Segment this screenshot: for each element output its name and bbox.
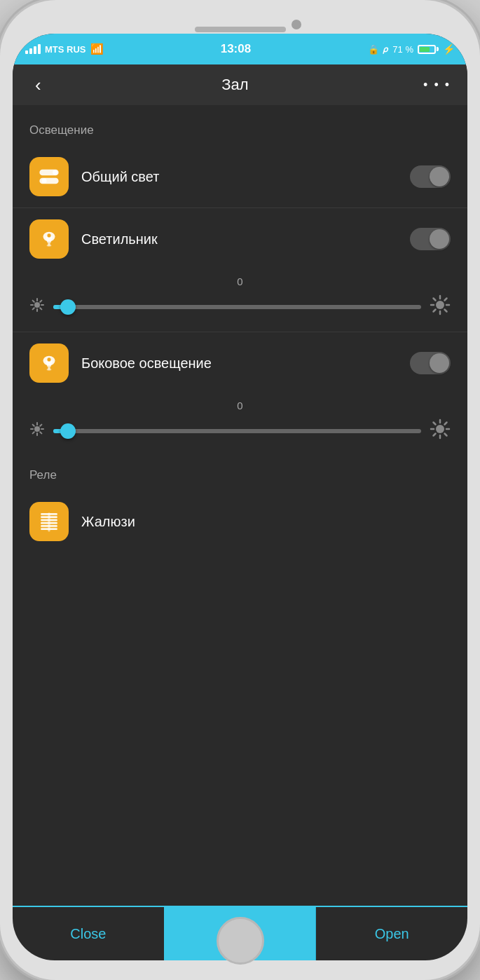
bluetooth-icon: 𝞺 — [383, 43, 388, 55]
sun-small-1 — [29, 297, 45, 313]
toggle-switches-icon — [37, 165, 61, 189]
sun-small-2 — [29, 421, 45, 437]
more-button[interactable]: • • • — [423, 78, 451, 93]
slider-track-bg-1 — [53, 305, 421, 309]
signal-bar-4 — [38, 44, 41, 54]
slider-value-svetilnik: 0 — [29, 275, 451, 287]
svg-line-23 — [434, 299, 436, 301]
signal-bar-2 — [29, 48, 32, 54]
close-button[interactable]: Close — [13, 907, 165, 960]
slider-section-svetilnik: 0 — [13, 270, 467, 332]
slider-thumb-2[interactable] — [60, 423, 76, 439]
battery-fill — [420, 47, 430, 52]
slider-section-bokovoe: 0 — [13, 394, 467, 456]
slider-row-bokovoe — [29, 418, 451, 443]
svg-line-17 — [33, 308, 34, 309]
brightness-min-icon-2 — [29, 421, 45, 440]
svg-point-30 — [47, 369, 52, 371]
device-name-zhalyuzi: Жалюзи — [81, 514, 451, 530]
device-icon-bokovoe — [29, 343, 69, 383]
toggle-svetilnik[interactable] — [410, 228, 451, 250]
svg-point-1 — [53, 170, 57, 175]
svg-point-32 — [34, 426, 40, 432]
open-button[interactable]: Open — [316, 907, 467, 960]
toggle-knob-obshiy-svet — [430, 167, 449, 186]
blinds-icon — [37, 510, 61, 533]
signal-bar-1 — [25, 50, 28, 54]
back-button[interactable]: ‹ — [29, 72, 47, 99]
slider-value-bokovoe: 0 — [29, 400, 451, 411]
signal-bars — [25, 44, 41, 54]
slider-row-svetilnik — [29, 294, 451, 319]
lamp-icon-1 — [37, 227, 61, 251]
svg-line-26 — [434, 310, 436, 312]
svg-line-49 — [434, 434, 436, 436]
svg-marker-28 — [46, 361, 53, 367]
section-title-rele: Реле — [13, 463, 467, 491]
svg-point-3 — [42, 179, 47, 184]
svg-rect-56 — [48, 512, 50, 531]
svg-line-40 — [33, 432, 34, 433]
charging-icon: ⚡ — [443, 43, 455, 55]
phone-speaker — [195, 27, 286, 32]
phone-camera — [292, 20, 301, 29]
svg-point-8 — [47, 233, 50, 237]
status-right: 🔒 𝞺 71 % ⚡ — [368, 43, 455, 55]
toggle-obshiy-svet[interactable] — [410, 165, 451, 188]
svg-line-15 — [40, 308, 41, 309]
svg-line-14 — [33, 301, 34, 302]
svg-line-25 — [445, 299, 447, 301]
svg-line-39 — [40, 425, 41, 426]
device-name-bokovoe: Боковое освещение — [81, 355, 410, 372]
battery-percent: 71 % — [392, 44, 413, 55]
slider-track-bokovoe[interactable] — [53, 429, 421, 433]
page-title: Зал — [221, 76, 248, 94]
carrier-label: MTS RUS — [45, 44, 86, 55]
slider-thumb-1[interactable] — [60, 299, 76, 315]
screen: MTS RUS 📶 13:08 🔒 𝞺 71 % ⚡ ‹ Зал — [13, 34, 467, 960]
sun-large-1 — [430, 294, 451, 315]
status-left: MTS RUS 📶 — [25, 43, 104, 55]
brightness-max-icon-2 — [430, 418, 451, 443]
svg-point-7 — [47, 245, 52, 247]
toggle-knob-svetilnik — [430, 229, 449, 249]
sun-large-2 — [430, 418, 451, 440]
status-bar: MTS RUS 📶 13:08 🔒 𝞺 71 % ⚡ — [13, 34, 467, 64]
svg-line-48 — [445, 423, 447, 425]
battery-body — [418, 45, 436, 54]
battery-indicator — [418, 45, 439, 54]
brightness-max-icon-1 — [430, 294, 451, 319]
content-spacer — [13, 552, 467, 566]
device-row-bokovoe: Боковое освещение — [13, 332, 467, 394]
signal-bar-3 — [34, 46, 36, 54]
svg-line-47 — [445, 434, 447, 436]
lock-icon: 🔒 — [368, 44, 379, 55]
svg-point-9 — [34, 302, 40, 308]
svg-point-18 — [436, 301, 444, 309]
phone-frame: MTS RUS 📶 13:08 🔒 𝞺 71 % ⚡ ‹ Зал — [0, 0, 480, 980]
device-name-obshiy-svet: Общий свет — [81, 169, 410, 185]
device-row-svetilnik: Светильник — [13, 208, 467, 270]
svg-line-37 — [33, 425, 34, 426]
wifi-icon: 📶 — [90, 43, 104, 55]
device-icon-svetilnik — [29, 219, 69, 259]
device-name-svetilnik: Светильник — [81, 231, 410, 247]
toggle-bokovoe[interactable] — [410, 352, 451, 374]
device-icon-obshiy-svet — [29, 157, 69, 196]
brightness-min-icon-1 — [29, 297, 45, 316]
battery-tip — [437, 47, 439, 51]
slider-track-svetilnik[interactable] — [53, 305, 421, 309]
svg-line-38 — [40, 432, 41, 433]
svg-line-24 — [445, 310, 447, 312]
spacer-1 — [13, 456, 467, 463]
svg-point-31 — [47, 358, 50, 361]
toggle-knob-bokovoe — [430, 353, 449, 373]
nav-bar: ‹ Зал • • • — [13, 64, 467, 105]
home-button[interactable] — [217, 917, 264, 965]
status-time: 13:08 — [221, 42, 251, 56]
svg-line-46 — [434, 423, 436, 425]
content-area: Освещение Общий свет — [13, 105, 467, 906]
device-row-obshiy-svet: Общий свет — [13, 146, 467, 207]
slider-track-bg-2 — [53, 429, 421, 433]
device-icon-zhalyuzi — [29, 502, 69, 541]
